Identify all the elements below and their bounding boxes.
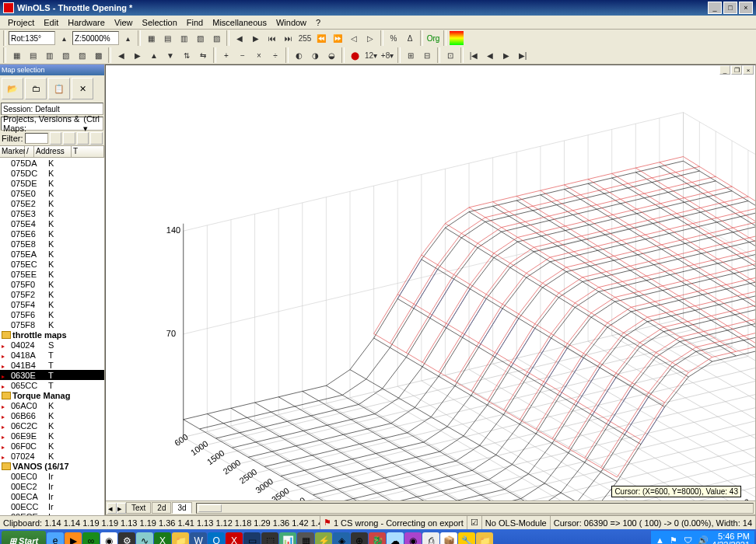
rotation-field[interactable]: Rot:135°	[9, 31, 55, 45]
tb-org-button[interactable]: Org	[425, 30, 441, 46]
tree-row[interactable]: 041B4T	[0, 360, 104, 370]
tray-icon-4[interactable]: 🔊	[698, 535, 709, 544]
filter-btn-1[interactable]	[50, 132, 62, 145]
tb2-btn-10[interactable]: ▼	[163, 47, 178, 63]
mdi-restore-button[interactable]: ❐	[731, 65, 742, 75]
tree-row[interactable]: 04024S	[0, 340, 104, 350]
tb2-btn-4[interactable]: ▧	[58, 47, 73, 63]
tb-flag-button[interactable]	[449, 30, 464, 46]
tree-row[interactable]: 0630ET	[0, 370, 104, 380]
tree-row[interactable]: 075ECK	[0, 259, 104, 269]
tb2-btn-6[interactable]: ▩	[90, 47, 106, 63]
tb2-btn-17[interactable]: ◐	[291, 47, 306, 63]
tree-row[interactable]: 075EAK	[0, 249, 104, 259]
taskbar-app14-icon[interactable]: ◉	[404, 532, 422, 544]
tree-row[interactable]: 00EC2Ir	[0, 481, 104, 491]
tb2-btn-16[interactable]: ÷	[268, 47, 283, 63]
taskbar-clock[interactable]: 5:46 PM 4/22/2021	[712, 532, 750, 544]
tree-row[interactable]: Torque Manag	[0, 390, 104, 400]
tree-row[interactable]: 075DAK	[0, 158, 104, 168]
minimize-button[interactable]: _	[708, 2, 722, 14]
chart-3d-view[interactable]: _ ❐ × 7014060010001500200025003000350040…	[105, 65, 756, 515]
taskbar-app9-icon[interactable]: ⚡	[315, 532, 332, 544]
taskbar-app4-icon[interactable]: X	[226, 532, 243, 544]
tree-row[interactable]: 075E6K	[0, 228, 104, 239]
tb-btn-b4[interactable]: ⏭	[281, 30, 296, 46]
tree-row[interactable]: 06F0CK	[0, 441, 104, 451]
tb2-btn-19[interactable]: ◒	[324, 47, 339, 63]
tree-row[interactable]: 06C2CK	[0, 420, 104, 431]
tb2-btn-11[interactable]: ⇅	[179, 47, 194, 63]
tree-row[interactable]: 00ECAIr	[0, 491, 104, 501]
tree-row[interactable]: 075E8K	[0, 239, 104, 249]
tree-row[interactable]: 075F4K	[0, 299, 104, 309]
col-slash[interactable]: /	[25, 146, 34, 157]
taskbar-outlook-icon[interactable]: O	[208, 532, 225, 544]
tb2-btn-9[interactable]: ▲	[146, 47, 162, 63]
tree-row[interactable]: 065CCT	[0, 380, 104, 390]
tree-row[interactable]: 06E9EK	[0, 431, 104, 441]
tb-btn-a4[interactable]: ▧	[192, 30, 208, 46]
tb2-btn-20[interactable]: ⬤	[347, 47, 362, 63]
tb2-btn-2[interactable]: ▤	[25, 47, 40, 63]
taskbar-excel-icon[interactable]: X	[154, 532, 171, 544]
menu-view[interactable]: View	[110, 18, 138, 27]
tree-row[interactable]: 075F6K	[0, 309, 104, 319]
scrollbar-thumb[interactable]	[198, 504, 222, 512]
tree-row[interactable]: 075DEK	[0, 178, 104, 188]
taskbar-ie-icon[interactable]: e	[47, 532, 64, 544]
open-folder-button[interactable]: 📂	[2, 78, 23, 99]
taskbar-app1-icon[interactable]: ∞	[82, 532, 100, 544]
tree-row[interactable]: 0418AT	[0, 350, 104, 360]
tb-btn-b9[interactable]: ▷	[362, 30, 378, 46]
col-marker[interactable]: Marker	[0, 146, 25, 157]
taskbar-app8-icon[interactable]: ▦	[297, 532, 314, 544]
filter-btn-4[interactable]	[90, 132, 103, 145]
status-checkbox[interactable]: ☑	[467, 516, 482, 529]
taskbar-app17-icon[interactable]: 🔧	[458, 532, 475, 544]
delete-button[interactable]: ✕	[72, 78, 93, 99]
start-button[interactable]: ⊞ Start	[2, 531, 46, 544]
tb2-btn-15[interactable]: ×	[251, 47, 267, 63]
taskbar-app2-icon[interactable]: ⚙	[118, 532, 135, 544]
tree-row[interactable]: VANOS (16/17	[0, 461, 104, 471]
col-address[interactable]: Address	[34, 146, 72, 157]
tb2-btn-7[interactable]: ◀	[114, 47, 129, 63]
taskbar-app5-icon[interactable]: ▭	[243, 532, 261, 544]
tab-scroll-right[interactable]: ▸	[117, 503, 126, 514]
taskbar-app16-icon[interactable]: 📦	[440, 532, 457, 544]
taskbar-app12-icon[interactable]: 🐉	[369, 532, 386, 544]
taskbar-app3-icon[interactable]: ∿	[136, 532, 153, 544]
tb-btn-b5[interactable]: 255	[297, 30, 313, 46]
tree-row[interactable]: 075DCK	[0, 168, 104, 178]
tb2-btn-14[interactable]: −	[235, 47, 250, 63]
tree-row[interactable]: 075E2K	[0, 198, 104, 208]
menu-window[interactable]: Window	[271, 18, 311, 27]
filter-btn-2[interactable]	[63, 132, 75, 145]
menu-help[interactable]: ?	[311, 18, 325, 27]
tb-delta-button[interactable]: Δ	[402, 30, 418, 46]
menu-project[interactable]: Project	[3, 18, 39, 27]
tab-scroll-left[interactable]: ◂	[107, 503, 117, 514]
tb2-dropdown[interactable]: 12▾	[363, 47, 379, 63]
tb-btn-b1[interactable]: ◀	[232, 30, 247, 46]
tb2-btn-27[interactable]: ▶	[499, 47, 514, 63]
zoom-field[interactable]: Z:50000%	[72, 31, 119, 45]
tb2-btn-24[interactable]: ⊡	[443, 47, 458, 63]
mdi-close-button[interactable]: ×	[743, 65, 754, 75]
taskbar-app6-icon[interactable]: ⬚	[261, 532, 278, 544]
taskbar-explorer-icon[interactable]: 📁	[172, 532, 189, 544]
tree-row[interactable]: 075F2K	[0, 289, 104, 299]
tb2-btn-23[interactable]: ⊟	[419, 47, 435, 63]
filter-input[interactable]	[25, 133, 48, 144]
tb-btn-a3[interactable]: ▥	[176, 30, 191, 46]
taskbar-media-icon[interactable]: ▶	[65, 532, 82, 544]
menu-hardware[interactable]: Hardware	[63, 18, 110, 27]
maximize-button[interactable]: □	[723, 2, 737, 14]
tb2-btn-3[interactable]: ▥	[41, 47, 57, 63]
taskbar-chrome-icon[interactable]: ◉	[100, 532, 117, 544]
tab-2d[interactable]: 2d	[152, 502, 171, 514]
taskbar-app15-icon[interactable]: ⎙	[422, 532, 439, 544]
tree-row[interactable]: throttle maps	[0, 330, 104, 340]
zoom-up-button[interactable]: ▴	[120, 30, 135, 46]
